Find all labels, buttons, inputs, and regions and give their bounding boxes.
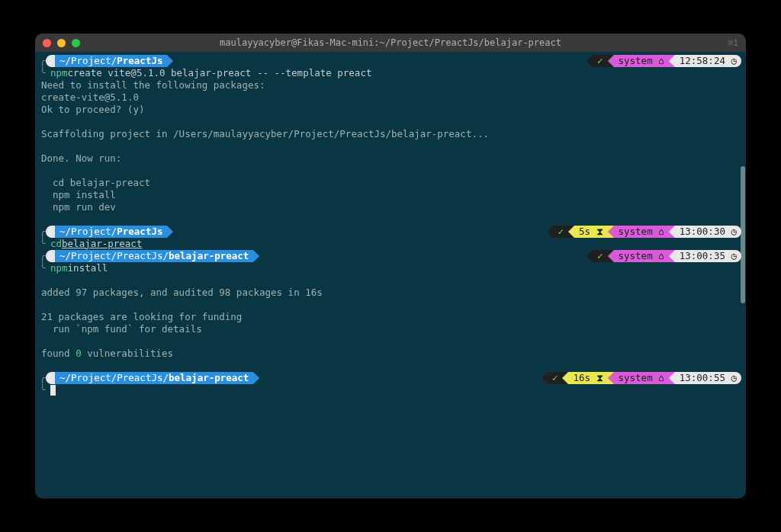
chevron-left-icon — [587, 55, 593, 67]
prompt-right: ✓ 16s ⧗ system ⌂ 13:00:55 ◷ — [542, 372, 741, 384]
time-badge: 12:58:24 ◷ — [675, 55, 741, 67]
prompt-row: ~/Project/PreactJs/belajar-preact ✓ 16s … — [40, 372, 741, 384]
status-check-icon: ✓ — [553, 226, 568, 238]
path-segment: ~/Project/PreactJs/belajar-preact — [46, 250, 259, 262]
command-keyword: npm — [50, 67, 68, 79]
chevron-right-icon — [253, 250, 259, 262]
prompt-right: ✓ system ⌂ 13:00:35 ◷ — [587, 250, 741, 262]
bracket-icon — [40, 250, 46, 263]
status-check-icon: ✓ — [548, 372, 563, 384]
output-line — [40, 299, 741, 311]
prompt-right: ✓ 5s ⧗ system ⌂ 13:00:30 ◷ — [547, 226, 741, 238]
chevron-right-icon — [167, 55, 173, 67]
window-title: maulayyacyber@Fikas-Mac-mini:~/Project/P… — [35, 37, 746, 48]
chevron-left-icon — [542, 372, 548, 384]
output-line — [40, 140, 741, 152]
status-check-icon: ✓ — [593, 250, 608, 262]
command-args: belajar-preact — [62, 238, 142, 250]
chevron-right-icon — [253, 372, 259, 384]
prompt-left: ~/Project/PreactJs/belajar-preact — [40, 250, 259, 263]
bracket-icon — [40, 384, 50, 397]
output-line: run `npm fund` for details — [40, 323, 741, 335]
tab-indicator: ⌘1 — [728, 38, 738, 48]
apple-icon — [46, 372, 55, 384]
output-line: added 97 packages, and audited 98 packag… — [40, 287, 741, 299]
command-line[interactable] — [40, 384, 741, 396]
terminal-body[interactable]: ~/Project/PreactJs ✓ system ⌂ 12:58:24 ◷… — [35, 52, 746, 498]
bracket-icon — [40, 238, 50, 251]
command-keyword: cd — [50, 238, 62, 250]
chevron-left-icon — [608, 55, 614, 67]
prompt-left: ~/Project/PreactJs/belajar-preact — [40, 372, 259, 385]
output-line — [40, 335, 741, 348]
duration-badge: 16s ⧗ — [568, 372, 607, 384]
path-segment: ~/Project/PreactJs — [46, 55, 173, 67]
output-line: 21 packages are looking for funding — [40, 311, 741, 323]
apple-icon — [46, 226, 55, 238]
output-line — [40, 274, 741, 287]
output-line: npm install — [40, 189, 741, 201]
apple-icon — [46, 55, 55, 67]
path-segment: ~/Project/PreactJs/belajar-preact — [46, 372, 259, 384]
prompt-row: ~/Project/PreactJs/belajar-preact ✓ syst… — [40, 250, 741, 262]
output-line: Scaffolding project in /Users/maulayyacy… — [40, 128, 741, 140]
path-label: ~/Project/PreactJs — [55, 55, 167, 67]
command-line: npm create vite@5.1.0 belajar-preact -- … — [40, 67, 741, 79]
output-line — [40, 116, 741, 128]
prompt-row: ~/Project/PreactJs ✓ 5s ⧗ system ⌂ 13:00… — [40, 226, 741, 238]
output-line: cd belajar-preact — [40, 177, 741, 189]
system-badge: system ⌂ — [614, 226, 669, 238]
prompt-left: ~/Project/PreactJs — [40, 55, 173, 68]
chevron-left-icon — [562, 372, 568, 384]
path-label: ~/Project/PreactJs/belajar-preact — [55, 372, 253, 384]
output-line: Need to install the following packages: — [40, 79, 741, 91]
command-keyword: npm — [50, 262, 68, 274]
titlebar[interactable]: maulayyacyber@Fikas-Mac-mini:~/Project/P… — [35, 34, 746, 52]
minimize-icon[interactable] — [57, 39, 66, 47]
terminal-window: maulayyacyber@Fikas-Mac-mini:~/Project/P… — [35, 34, 746, 498]
chevron-left-icon — [608, 372, 614, 384]
path-label: ~/Project/PreactJs — [55, 226, 167, 238]
output-line: found 0 vulnerabilities — [40, 348, 741, 360]
command-args: create vite@5.1.0 belajar-preact -- --te… — [68, 67, 372, 79]
vuln-count: 0 — [76, 348, 82, 360]
apple-icon — [46, 250, 55, 262]
prompt-left: ~/Project/PreactJs — [40, 226, 173, 239]
output-line: create-vite@5.1.0 — [40, 91, 741, 104]
path-label: ~/Project/PreactJs/belajar-preact — [55, 250, 253, 262]
output-line — [40, 165, 741, 177]
output-line: Done. Now run: — [40, 152, 741, 165]
bracket-icon — [40, 55, 46, 68]
system-badge: system ⌂ — [614, 372, 669, 384]
command-line: cd belajar-preact — [40, 238, 741, 250]
bracket-icon — [40, 226, 46, 239]
maximize-icon[interactable] — [72, 39, 80, 47]
system-badge: system ⌂ — [614, 55, 669, 67]
chevron-left-icon — [547, 226, 553, 238]
cursor — [50, 385, 56, 396]
time-badge: 13:00:55 ◷ — [675, 372, 741, 384]
chevron-left-icon — [587, 250, 593, 262]
command-line: npm install — [40, 262, 741, 274]
chevron-left-icon — [669, 55, 675, 67]
time-badge: 13:00:35 ◷ — [675, 250, 741, 262]
chevron-left-icon — [608, 250, 614, 262]
bracket-icon — [40, 372, 46, 385]
path-segment: ~/Project/PreactJs — [46, 226, 173, 238]
bracket-icon — [40, 262, 50, 275]
output-line — [40, 213, 741, 226]
prompt-row: ~/Project/PreactJs ✓ system ⌂ 12:58:24 ◷ — [40, 55, 741, 67]
duration-badge: 5s ⧗ — [574, 226, 608, 238]
traffic-lights — [43, 39, 80, 47]
chevron-left-icon — [669, 250, 675, 262]
bracket-icon — [40, 67, 50, 80]
output-line: npm run dev — [40, 201, 741, 213]
output-line: Ok to proceed? (y) — [40, 104, 741, 116]
chevron-left-icon — [568, 226, 574, 238]
close-icon[interactable] — [43, 39, 51, 47]
command-args: install — [68, 262, 108, 274]
prompt-right: ✓ system ⌂ 12:58:24 ◷ — [587, 55, 741, 67]
chevron-left-icon — [669, 226, 675, 238]
scrollbar[interactable] — [741, 166, 745, 303]
output-line — [40, 360, 741, 372]
